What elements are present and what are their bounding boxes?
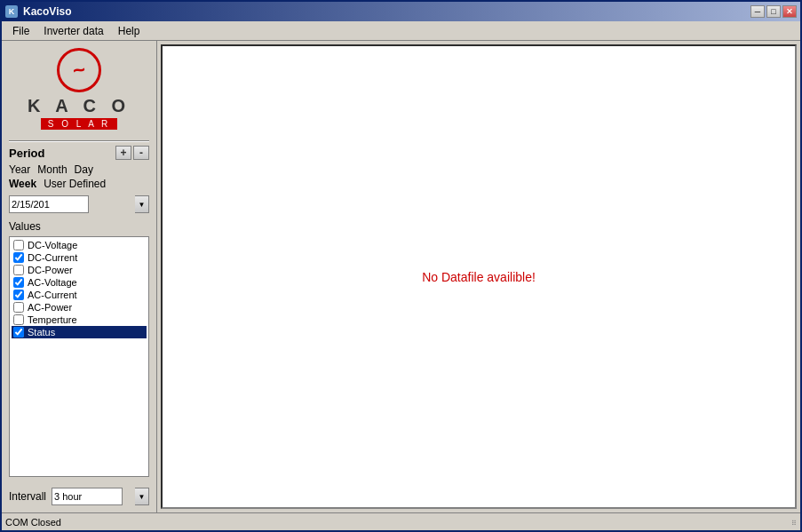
period-user-defined[interactable]: User Defined — [44, 178, 106, 190]
list-item[interactable]: AC-Voltage — [12, 276, 147, 289]
list-item[interactable]: AC-Power — [12, 301, 147, 314]
period-label: Period — [9, 147, 44, 160]
minimize-button[interactable]: ─ — [750, 5, 765, 18]
window-controls: ─ □ ✕ — [750, 5, 797, 18]
logo-text: K A C O — [28, 96, 131, 116]
logo-circle: ~ — [57, 48, 101, 92]
period-options-row1: Year Month Day — [9, 163, 149, 176]
ac-power-checkbox[interactable] — [13, 302, 24, 313]
values-label: Values — [9, 220, 149, 233]
dc-voltage-checkbox[interactable] — [13, 240, 24, 250]
list-item[interactable]: AC-Current — [12, 289, 147, 301]
logo-tilde: ~ — [71, 57, 88, 83]
dc-current-checkbox[interactable] — [13, 252, 24, 263]
period-month[interactable]: Month — [37, 163, 67, 176]
date-select[interactable]: 2/15/201 — [9, 195, 89, 213]
logo-area: ~ K A C O S O L A R — [9, 48, 149, 130]
list-item[interactable]: Temperture — [12, 314, 147, 326]
menu-inverter[interactable]: Inverter data — [36, 23, 110, 39]
period-header: Period + - — [9, 146, 149, 160]
interval-select[interactable]: 1 hour 2 hour 3 hour 6 hour 12 hour — [52, 488, 123, 505]
title-bar: K KacoViso ─ □ ✕ — [2, 2, 800, 21]
interval-label: Intervall — [9, 490, 44, 503]
maximize-button[interactable]: □ — [766, 5, 781, 18]
status-checkbox[interactable] — [13, 327, 24, 337]
ac-current-checkbox[interactable] — [13, 290, 24, 300]
interval-row: Intervall 1 hour 2 hour 3 hour 6 hour 12… — [9, 488, 149, 505]
ac-power-label: AC-Power — [28, 302, 72, 313]
app-icon: K — [5, 5, 18, 18]
ac-current-label: AC-Current — [28, 290, 77, 300]
list-item[interactable]: Status — [12, 326, 147, 338]
list-item[interactable]: DC-Current — [12, 251, 147, 264]
dc-power-label: DC-Power — [28, 265, 73, 275]
interval-select-arrow-icon: ▼ — [135, 488, 149, 505]
menu-help[interactable]: Help — [111, 23, 147, 39]
values-list: DC-Voltage DC-Current DC-Power AC-Voltag… — [9, 236, 149, 477]
period-minus-button[interactable]: - — [133, 146, 149, 160]
menu-file[interactable]: File — [5, 23, 36, 39]
dc-power-checkbox[interactable] — [13, 265, 24, 275]
temperture-label: Temperture — [28, 314, 77, 325]
period-year[interactable]: Year — [9, 163, 30, 176]
dc-voltage-label: DC-Voltage — [28, 240, 77, 250]
period-buttons: + - — [115, 146, 149, 160]
status-text: COM Closed — [5, 517, 786, 528]
main-window: K KacoViso ─ □ ✕ File Inverter data Help… — [0, 0, 802, 532]
period-week[interactable]: Week — [9, 178, 36, 190]
chart-area: No Datafile availible! — [161, 44, 797, 509]
grip-dots-icon: ⠿ — [791, 520, 797, 528]
menu-bar: File Inverter data Help — [2, 21, 800, 41]
title-bar-left: K KacoViso — [5, 5, 71, 18]
logo-solar: S O L A R — [41, 118, 118, 130]
window-title: KacoViso — [23, 5, 71, 18]
divider-1 — [9, 140, 149, 142]
date-select-arrow-icon: ▼ — [135, 195, 149, 213]
date-select-wrapper: 2/15/201 ▼ — [9, 195, 149, 213]
temperture-checkbox[interactable] — [13, 314, 24, 325]
period-day[interactable]: Day — [75, 163, 93, 176]
list-item[interactable]: DC-Power — [12, 264, 147, 276]
ac-voltage-label: AC-Voltage — [28, 277, 77, 288]
period-options-row2: Week User Defined — [9, 178, 149, 190]
sidebar: ~ K A C O S O L A R Period + - Year Mont… — [2, 41, 157, 512]
resize-grip: ⠿ — [786, 517, 797, 528]
list-item[interactable]: DC-Voltage — [12, 239, 147, 251]
main-content: ~ K A C O S O L A R Period + - Year Mont… — [2, 41, 800, 512]
no-data-message: No Datafile availible! — [422, 270, 536, 284]
close-button[interactable]: ✕ — [782, 5, 797, 18]
dc-current-label: DC-Current — [28, 252, 77, 263]
period-plus-button[interactable]: + — [115, 146, 131, 160]
interval-select-wrapper: 1 hour 2 hour 3 hour 6 hour 12 hour ▼ — [52, 488, 149, 505]
status-label: Status — [28, 327, 55, 337]
ac-voltage-checkbox[interactable] — [13, 277, 24, 288]
status-bar: COM Closed ⠿ — [2, 512, 800, 530]
